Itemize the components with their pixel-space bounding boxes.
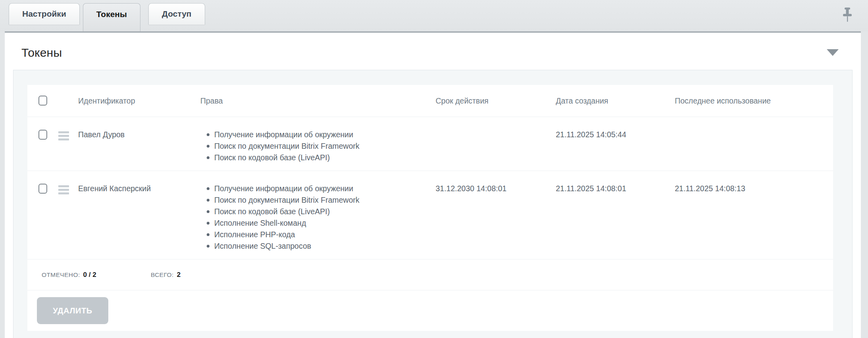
select-all-checkbox[interactable] — [38, 96, 47, 106]
tab-tokens[interactable]: Токены — [83, 3, 140, 31]
token-right-item: Поиск по документации Bitrix Framework — [200, 194, 436, 206]
token-right-item: Поиск по кодовой базе (LiveAPI) — [200, 206, 436, 217]
tab-bar: Настройки Токены Доступ — [0, 0, 868, 31]
token-right-item: Получение информации об окружении — [200, 183, 436, 194]
token-rights-cell: Получение информации об окруженииПоиск п… — [200, 129, 436, 163]
selected-value: 0 / 2 — [83, 271, 96, 279]
selected-counter: ОТМЕЧЕНО: 0 / 2 — [42, 271, 151, 279]
table-row: Павел Дуров Получение информации об окру… — [27, 117, 833, 171]
token-expires: 31.12.2030 14:08:01 — [436, 183, 556, 252]
token-right-item: Поиск по документации Bitrix Framework — [200, 140, 436, 152]
row-checkbox[interactable] — [38, 184, 47, 194]
token-created: 21.11.2025 14:08:01 — [556, 183, 675, 252]
column-header-expires: Срок действия — [436, 96, 556, 106]
token-right-item: Исполнение PHP-кода — [200, 229, 436, 240]
token-right-item: Поиск по кодовой базе (LiveAPI) — [200, 152, 436, 163]
row-menu-cell — [58, 183, 78, 252]
total-counter: ВСЕГО: 2 — [151, 271, 181, 279]
page-title: Токены — [21, 46, 840, 60]
token-expires — [436, 129, 556, 163]
tab-access[interactable]: Доступ — [148, 3, 205, 25]
row-checkbox-cell — [27, 129, 58, 163]
row-checkbox-cell — [27, 183, 58, 252]
actions-bar: УДАЛИТЬ — [27, 290, 833, 331]
token-rights-list: Получение информации об окруженииПоиск п… — [200, 129, 436, 163]
column-header-created: Дата создания — [556, 96, 675, 106]
token-right-item: Получение информации об окружении — [200, 129, 436, 140]
total-value: 2 — [177, 271, 181, 279]
token-last-used: 21.11.2025 14:08:13 — [675, 183, 833, 252]
token-right-item: Исполнение SQL-запросов — [200, 240, 436, 252]
tabs: Настройки Токены Доступ — [9, 3, 208, 31]
header-checkbox-cell — [27, 95, 58, 107]
panel-header: Токены — [5, 33, 861, 70]
column-header-rights: Права — [200, 96, 436, 106]
content-box: Идентификатор Права Срок действия Дата с… — [13, 70, 853, 338]
delete-button[interactable]: УДАЛИТЬ — [37, 297, 108, 324]
row-menu-icon[interactable] — [58, 131, 69, 142]
row-menu-cell — [58, 129, 78, 163]
token-created: 21.11.2025 14:05:44 — [556, 129, 675, 163]
collapse-panel-icon[interactable] — [827, 49, 839, 56]
token-right-item: Исполнение Shell-команд — [200, 217, 436, 229]
table-footer: ОТМЕЧЕНО: 0 / 2 ВСЕГО: 2 — [27, 259, 833, 290]
token-rights-cell: Получение информации об окруженииПоиск п… — [200, 183, 436, 252]
tab-settings[interactable]: Настройки — [9, 3, 80, 25]
pin-icon[interactable] — [842, 7, 853, 22]
tokens-table: Идентификатор Права Срок действия Дата с… — [27, 85, 833, 331]
token-identifier: Евгений Касперский — [78, 183, 200, 252]
tokens-panel: Токены Идентификатор Права Срок действия… — [5, 31, 861, 338]
row-checkbox[interactable] — [38, 130, 47, 140]
row-menu-icon[interactable] — [58, 185, 69, 196]
selected-label: ОТМЕЧЕНО: — [42, 271, 80, 278]
column-header-last-used: Последнее использование — [675, 96, 833, 106]
token-identifier: Павел Дуров — [78, 129, 200, 163]
column-header-identifier: Идентификатор — [78, 96, 200, 106]
table-row: Евгений Касперский Получение информации … — [27, 171, 833, 259]
total-label: ВСЕГО: — [151, 271, 174, 278]
table-header-row: Идентификатор Права Срок действия Дата с… — [27, 85, 833, 117]
token-rights-list: Получение информации об окруженииПоиск п… — [200, 183, 436, 252]
token-last-used — [675, 129, 833, 163]
